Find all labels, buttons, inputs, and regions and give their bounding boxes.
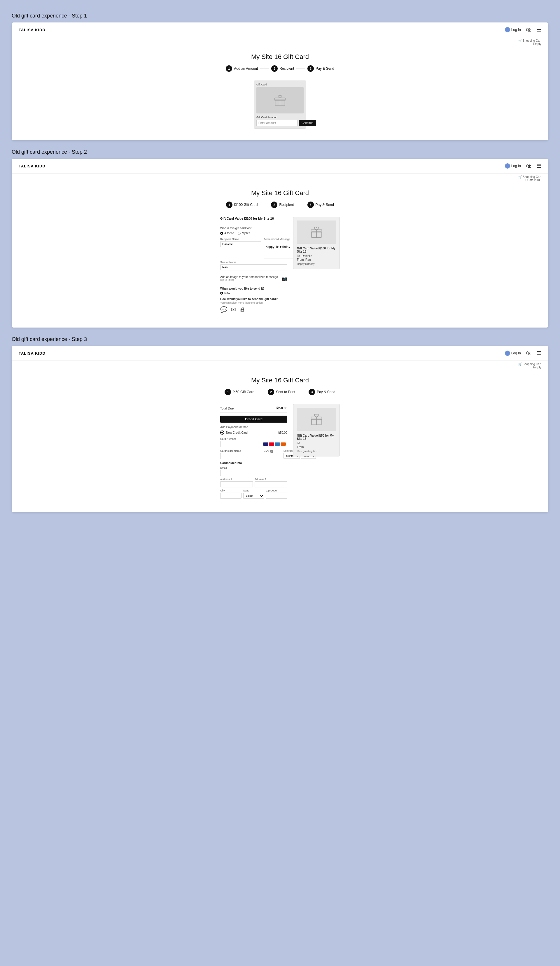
step3-email-input[interactable] — [220, 470, 287, 476]
step3-bag-icon[interactable]: 🛍 — [526, 350, 531, 356]
step3-credit-card-header: Credit Card — [220, 416, 287, 422]
step2-radio-friend[interactable]: A friend — [220, 232, 234, 235]
step2-when-now[interactable]: Now — [220, 291, 287, 294]
step2-when-title: When would you like to send it? — [220, 287, 287, 290]
step2-radio-myself[interactable]: Myself — [238, 232, 250, 235]
step2-menu-icon[interactable]: ☰ — [537, 163, 541, 169]
step2-how-title: How would you like to send the gift card… — [220, 297, 287, 301]
step3-city-field: City — [220, 489, 241, 499]
step3-city-label: City — [220, 489, 241, 492]
step1-amount-input[interactable] — [256, 120, 297, 126]
step3-step1-label: ₪50 Gift Card — [233, 390, 255, 394]
step2-divider1 — [260, 205, 269, 205]
step3-address2-input[interactable] — [255, 481, 287, 487]
step2-preview-gift-icon — [309, 225, 324, 240]
step1-nav: TALISA KIDD Log In 🛍 ☰ — [11, 23, 549, 37]
step2-cart-icon: 🛒 — [518, 175, 523, 179]
step3-address1-field: Address 1 — [220, 478, 253, 487]
step3-cardholder-name-input[interactable] — [220, 453, 261, 459]
step3-zip-input[interactable] — [266, 493, 287, 499]
step2-bag-icon[interactable]: 🛍 — [526, 163, 531, 169]
step3-cvv-col: CVV i — [264, 449, 281, 459]
step1-continue-btn[interactable]: Continue — [299, 120, 316, 126]
step3-state-select[interactable]: Select — [243, 493, 264, 499]
step3-step2-circle: 2 — [268, 389, 274, 395]
step2-recipient-input[interactable] — [220, 241, 261, 247]
step3-preview: Gift Card Value ₪50 for My Site 16 To Fr… — [293, 404, 340, 501]
step3-email-field: Email — [220, 467, 287, 476]
step2-step3-circle: 3 — [307, 202, 314, 208]
step1-login-btn[interactable]: Log In — [505, 27, 521, 32]
step3-amex-logo — [275, 442, 280, 446]
step3-payment-method-label: Add Payment Method — [220, 426, 287, 429]
step3-cart-area: 🛒 Shopping Cart Empty — [11, 361, 549, 371]
step1-gift-card-box: Gift Card Gift Card Amount Continue — [254, 80, 306, 129]
step2-login-btn[interactable]: Log In — [505, 163, 521, 169]
step3-body: Total Due ₪50.00 Credit Card Add Payment… — [23, 404, 537, 501]
step2-nav-right: Log In 🛍 ☰ — [505, 163, 541, 169]
step1-page-title: My Site 16 Gift Card — [23, 53, 537, 61]
step3-cvv-label-row: CVV i — [264, 449, 281, 453]
step2-when-now-circle — [220, 292, 223, 294]
step2-form: Gift Card Value ₪100 for My Site 16 Who … — [220, 217, 287, 316]
step3-cvv-info-icon[interactable]: i — [270, 450, 273, 453]
step2-preview: Gift Card Value ₪100 for My Site 16 To D… — [293, 217, 340, 316]
step3-step2-label: Sent to Print — [276, 390, 295, 394]
step1-page-content: My Site 16 Gift Card 1 Add an Amount 2 R… — [11, 47, 549, 140]
step2-preview-details: Gift Card Value ₪100 for My Site 16 To D… — [297, 247, 336, 265]
step1-step1-label: Add an Amount — [234, 66, 258, 71]
step1-cart-status: Empty — [533, 42, 541, 46]
step2-image-upload: Add an image to your personalized messag… — [220, 273, 287, 284]
step3-menu-icon[interactable]: ☰ — [537, 350, 541, 356]
step3-payment-radio[interactable] — [220, 430, 224, 435]
step3-cvv-input[interactable] — [264, 453, 281, 459]
step1-divider2 — [296, 69, 305, 69]
step3-address1-input[interactable] — [220, 481, 253, 487]
step1-bag-icon[interactable]: 🛍 — [526, 27, 531, 33]
step2-divider2 — [296, 205, 305, 205]
step3-address2-field: Address 2 — [255, 478, 287, 487]
step3-cardholder-name-col: Cardholder Name — [220, 449, 261, 459]
step2-send-print[interactable]: 🖨 — [240, 306, 245, 313]
step2-step2-circle: 2 — [271, 202, 278, 208]
step1-cart-area: 🛒 Shopping Cart Empty — [11, 37, 549, 47]
step2-sender-row: Sender Name — [220, 261, 287, 270]
step2-when-section: When would you like to send it? Now — [220, 287, 287, 294]
step2-camera-icon[interactable]: 📷 — [281, 276, 287, 281]
step2-when-now-label: Now — [224, 291, 230, 294]
step3-step1-circle: 1 — [225, 389, 231, 395]
step2-sender-input[interactable] — [220, 264, 287, 270]
step3-zip-field: Zip Code — [266, 489, 287, 499]
step3-cart-label: Shopping Cart — [523, 363, 541, 366]
step1-step1-circle: 1 — [226, 65, 232, 72]
step3-card-number-input[interactable] — [220, 441, 262, 447]
step3-step3-label: Pay & Send — [317, 390, 335, 394]
step2-login-label: Log In — [511, 164, 521, 168]
step2-avatar-icon — [505, 163, 510, 169]
step2-send-icons: 💬 ✉ 🖨 — [220, 306, 287, 313]
step3-section-label: Old gift card experience - Step 3 — [11, 336, 549, 342]
step3-preview-details: Gift Card Value ₪50 for My Site 16 To Fr… — [297, 434, 336, 453]
step1-body: Gift Card Gift Card Amount Continue — [23, 80, 537, 129]
step2-body: Gift Card Value ₪100 for My Site 16 Who … — [23, 217, 537, 316]
step3-preview-to-label: To — [297, 442, 300, 445]
step1-steps-bar: 1 Add an Amount 2 Recipient 3 Pay & Send — [23, 65, 537, 72]
step1-step3-circle: 3 — [307, 65, 314, 72]
step3-total-due-row: Total Due ₪50.00 — [220, 404, 287, 413]
step3-card-number-wrapper — [220, 441, 287, 447]
step2-preview-to-label: To — [297, 254, 300, 258]
step3-email-label: Email — [220, 467, 287, 469]
step3-nav-right: Log In 🛍 ☰ — [505, 350, 541, 356]
step1-nav-right: Log In 🛍 ☰ — [505, 26, 541, 33]
step3-login-btn[interactable]: Log In — [505, 351, 521, 356]
step3-payment-option-text: New Credit Card — [226, 431, 276, 434]
step2-sender-col: Sender Name — [220, 261, 287, 270]
step2-send-email[interactable]: ✉ — [231, 306, 236, 313]
step2-radio-myself-label: Myself — [242, 232, 250, 235]
step2-send-digital[interactable]: 💬 — [220, 306, 228, 313]
step3-city-input[interactable] — [220, 493, 241, 499]
step3-logo: TALISA KIDD — [19, 351, 46, 356]
step2-cart-area: 🛒 Shopping Cart 1 Gifts ₪100 — [11, 174, 549, 184]
step3-address2-label: Address 2 — [255, 478, 287, 481]
step1-menu-icon[interactable]: ☰ — [537, 26, 541, 33]
